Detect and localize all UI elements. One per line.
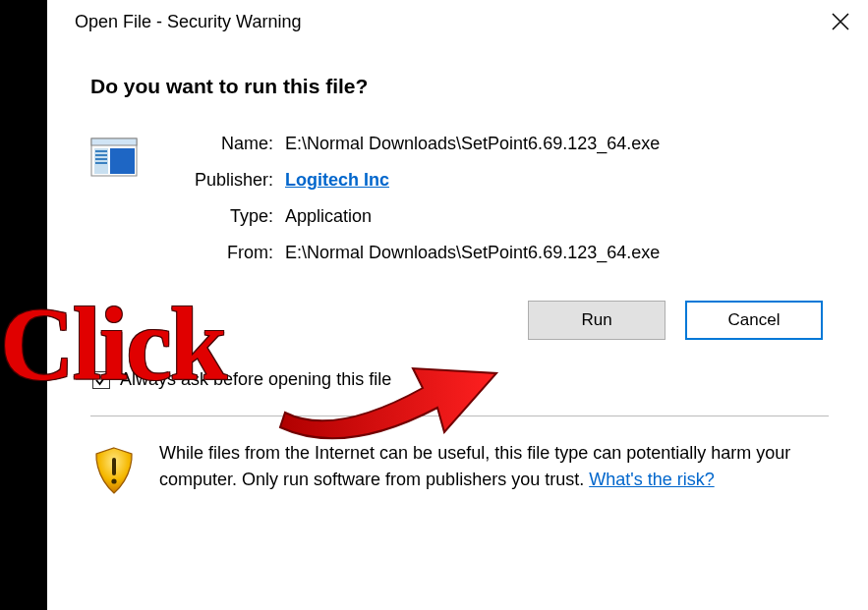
name-value: E:\Normal Downloads\SetPoint6.69.123_64.… xyxy=(285,134,660,154)
svg-rect-6 xyxy=(95,162,107,164)
from-value: E:\Normal Downloads\SetPoint6.69.123_64.… xyxy=(285,243,660,263)
svg-rect-5 xyxy=(95,158,107,160)
svg-rect-7 xyxy=(110,148,135,174)
button-row: Run Cancel xyxy=(90,301,829,340)
cancel-button[interactable]: Cancel xyxy=(685,301,823,340)
checkbox-label: Always ask before opening this file xyxy=(120,369,391,390)
run-button[interactable]: Run xyxy=(528,301,665,340)
svg-rect-4 xyxy=(95,154,107,156)
file-info-row: Name: E:\Normal Downloads\SetPoint6.69.1… xyxy=(90,134,829,263)
svg-point-9 xyxy=(111,478,116,483)
close-button[interactable] xyxy=(813,0,868,43)
titlebar: Open File - Security Warning xyxy=(47,0,868,43)
checkmark-icon xyxy=(94,373,108,387)
publisher-label: Publisher: xyxy=(165,170,273,191)
dialog-title: Open File - Security Warning xyxy=(75,12,813,32)
warning-section: While files from the Internet can be use… xyxy=(47,416,868,497)
whats-the-risk-link[interactable]: What's the risk? xyxy=(589,470,714,489)
type-label: Type: xyxy=(165,206,273,227)
svg-rect-3 xyxy=(95,150,107,152)
close-icon xyxy=(832,13,849,30)
file-info-grid: Name: E:\Normal Downloads\SetPoint6.69.1… xyxy=(165,134,660,263)
always-ask-checkbox[interactable] xyxy=(92,371,110,389)
from-label: From: xyxy=(165,243,273,263)
question-text: Do you want to run this file? xyxy=(90,75,829,98)
name-label: Name: xyxy=(165,134,273,154)
svg-rect-8 xyxy=(112,458,116,475)
application-icon xyxy=(90,138,138,177)
warning-text-block: While files from the Internet can be use… xyxy=(159,440,829,493)
svg-rect-1 xyxy=(91,139,137,145)
publisher-link[interactable]: Logitech Inc xyxy=(285,170,389,190)
type-value: Application xyxy=(285,206,660,227)
security-warning-dialog: Open File - Security Warning Do you want… xyxy=(47,0,868,610)
dialog-content: Do you want to run this file? Name: E:\N… xyxy=(47,43,868,416)
shield-warning-icon xyxy=(90,446,138,497)
checkbox-row: Always ask before opening this file xyxy=(92,369,829,390)
